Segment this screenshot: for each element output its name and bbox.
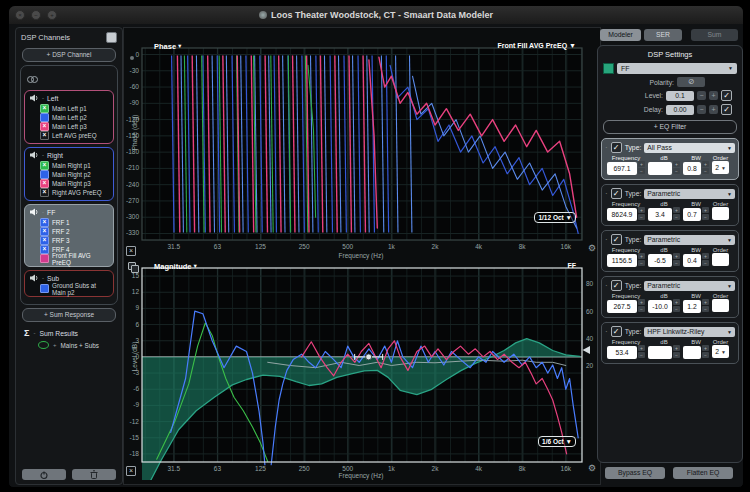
flatten-eq-button[interactable]: Flatten EQ [673, 467, 733, 479]
filter-enabled-checkbox[interactable]: ✓ [611, 142, 622, 153]
spinner[interactable]: +− [702, 161, 709, 175]
spinner[interactable]: +− [702, 299, 709, 313]
level-increment-button[interactable]: + [709, 91, 718, 100]
delay-input[interactable]: 0.00 [666, 105, 694, 115]
link-icon[interactable] [27, 76, 39, 83]
cascade-windows-icon[interactable] [128, 262, 138, 272]
filter-enabled-checkbox[interactable]: ✓ [611, 188, 622, 199]
frequency-input[interactable]: 8624.9 [607, 208, 637, 221]
phase-trace-selector[interactable]: Front Fill AVG PreEQ ▼ [497, 42, 576, 49]
spinner[interactable]: +− [638, 345, 645, 359]
spinner[interactable]: +− [638, 207, 645, 221]
level-decrement-button[interactable]: − [697, 91, 706, 100]
trace-item[interactable]: Main Left p2 [40, 113, 110, 122]
order-input[interactable] [712, 253, 729, 266]
magnitude-smoothing-badge[interactable]: 1/6 Oct ▼ [538, 436, 576, 447]
channel-card-left[interactable]: -Left ×Main Left p1 Main Left p2 ×Main L… [24, 90, 114, 144]
filter-enabled-checkbox[interactable]: ✓ [611, 280, 622, 291]
panel-toggle-icon[interactable] [106, 32, 117, 43]
close-plot-icon[interactable]: × [126, 246, 136, 256]
filter-type-select[interactable]: Parametric▼ [644, 235, 735, 245]
phase-type-dropdown[interactable]: Phase▼ [154, 42, 183, 51]
trace-item[interactable]: ×Main Right p1 [40, 161, 110, 170]
spinner[interactable]: +− [673, 345, 680, 359]
add-dsp-channel-button[interactable]: + DSP Channel [22, 48, 116, 62]
eq-filter-card-parametric-2[interactable]: ·✓Type:Parametric▼ Frequency1156.5+− dB-… [601, 230, 739, 272]
tab-sum[interactable]: Sum [691, 29, 738, 41]
gear-icon[interactable]: ⚙ [588, 243, 596, 253]
order-select[interactable]: 2▼ [712, 161, 729, 174]
magnitude-plot-canvas[interactable]: 31.5631252505001k2k4k8k16k15129630-3-6-9… [126, 260, 596, 480]
frequency-input[interactable]: 53.4 [607, 346, 637, 359]
spinner[interactable]: +− [673, 161, 680, 175]
order-input[interactable] [712, 207, 729, 220]
db-input[interactable]: 3.4 [648, 208, 672, 221]
tab-ser[interactable]: SER [644, 29, 682, 41]
trace-item[interactable]: ×FRF 1 [40, 218, 110, 227]
phase-smoothing-badge[interactable]: 1/12 Oct ▼ [534, 212, 576, 223]
eq-filter-card-allpass[interactable]: ·✓Type:All Pass▼ Frequency697.1+− dB+− B… [601, 138, 739, 180]
level-input[interactable]: 0.1 [666, 91, 694, 101]
spinner[interactable]: +− [702, 207, 709, 221]
db-input[interactable]: -6.5 [648, 254, 672, 267]
magnitude-type-dropdown[interactable]: Magnitude▼ [154, 262, 198, 271]
delete-button[interactable] [72, 469, 116, 480]
trace-item[interactable]: ×Main Left p3 [40, 122, 110, 131]
delay-decrement-button[interactable]: − [697, 105, 706, 114]
trace-item[interactable]: ×Main Left p1 [40, 104, 110, 113]
filter-enabled-checkbox[interactable]: ✓ [611, 326, 622, 337]
filter-type-select[interactable]: Parametric▼ [644, 189, 735, 199]
eq-filter-card-hpf[interactable]: ·✓Type:HPF Linkwitz-Riley▼ Frequency53.4… [601, 322, 739, 364]
trace-item[interactable]: ×Right AVG PreEQ [40, 188, 110, 197]
bw-input[interactable]: 0.7 [683, 208, 701, 221]
filter-type-select[interactable]: All Pass▼ [644, 143, 735, 153]
frequency-input[interactable]: 697.1 [607, 162, 637, 175]
channel-card-right[interactable]: -Right ×Main Right p1 Main Right p2 ×Mai… [24, 147, 114, 201]
close-plot-icon[interactable]: × [126, 466, 136, 476]
spinner[interactable]: +− [638, 253, 645, 267]
bw-input[interactable]: 0.4 [683, 254, 701, 267]
level-checkbox[interactable]: ✓ [721, 90, 732, 101]
spinner[interactable]: +− [702, 253, 709, 267]
bw-input[interactable]: 0.8 [683, 162, 701, 175]
trace-item[interactable]: Main Right p2 [40, 170, 110, 179]
axis-handle-dot[interactable] [130, 56, 134, 60]
bypass-eq-button[interactable]: Bypass EQ [605, 467, 665, 479]
spinner[interactable]: +− [673, 207, 680, 221]
delay-increment-button[interactable]: + [709, 105, 718, 114]
eq-filter-card-parametric-3[interactable]: ·✓Type:Parametric▼ Frequency267.5+− dB-1… [601, 276, 739, 318]
spinner[interactable]: +− [638, 299, 645, 313]
channel-select[interactable]: FF▼ [617, 63, 737, 74]
spinner[interactable]: +− [673, 299, 680, 313]
trace-item[interactable]: ×FRF 2 [40, 227, 110, 236]
drag-handle-icon[interactable]: · [605, 191, 608, 197]
channel-card-ff-selected[interactable]: -FF ×FRF 1 ×FRF 2 ×FRF 3 ×FRF 4 Front Fi… [24, 204, 114, 267]
db-input[interactable]: -10.0 [648, 300, 672, 313]
frequency-input[interactable]: 1156.5 [607, 254, 637, 267]
drag-handle-icon[interactable]: · [605, 145, 608, 151]
filter-type-select[interactable]: Parametric▼ [644, 281, 735, 291]
add-eq-filter-button[interactable]: + EQ Filter [603, 120, 737, 134]
order-input[interactable] [712, 299, 729, 312]
trace-item[interactable]: ×Main Right p3 [40, 179, 110, 188]
db-input[interactable] [648, 346, 672, 359]
bw-input[interactable] [683, 346, 701, 359]
db-input[interactable] [648, 162, 672, 175]
order-select[interactable]: 2▼ [712, 345, 729, 358]
bw-input[interactable]: 1.2 [683, 300, 701, 313]
sum-results-header[interactable]: Σ-Sum Results [16, 325, 122, 338]
trace-item[interactable]: ×Left AVG preEQ [40, 131, 110, 140]
spinner[interactable]: +− [702, 345, 709, 359]
filter-type-select[interactable]: HPF Linkwitz-Riley▼ [644, 327, 735, 337]
eq-filter-card-parametric-1[interactable]: ·✓Type:Parametric▼ Frequency8624.9+− dB3… [601, 184, 739, 226]
polarity-button[interactable]: ⊘ [677, 77, 705, 87]
filter-enabled-checkbox[interactable]: ✓ [611, 234, 622, 245]
drag-handle-icon[interactable]: · [605, 283, 608, 289]
spinner[interactable]: +− [638, 161, 645, 175]
trace-item[interactable]: ×FRF 3 [40, 236, 110, 245]
phase-plot-canvas[interactable]: 31.5631252505001k2k4k8k16k0-30-60-90-120… [126, 34, 596, 258]
channel-card-sub[interactable]: -Sub Ground Subs at Main p2 [24, 270, 114, 297]
drag-handle-icon[interactable]: · [605, 329, 608, 335]
add-sum-response-button[interactable]: + Sum Response [22, 308, 116, 322]
trace-item[interactable]: Ground Subs at Main p2 [40, 284, 110, 293]
